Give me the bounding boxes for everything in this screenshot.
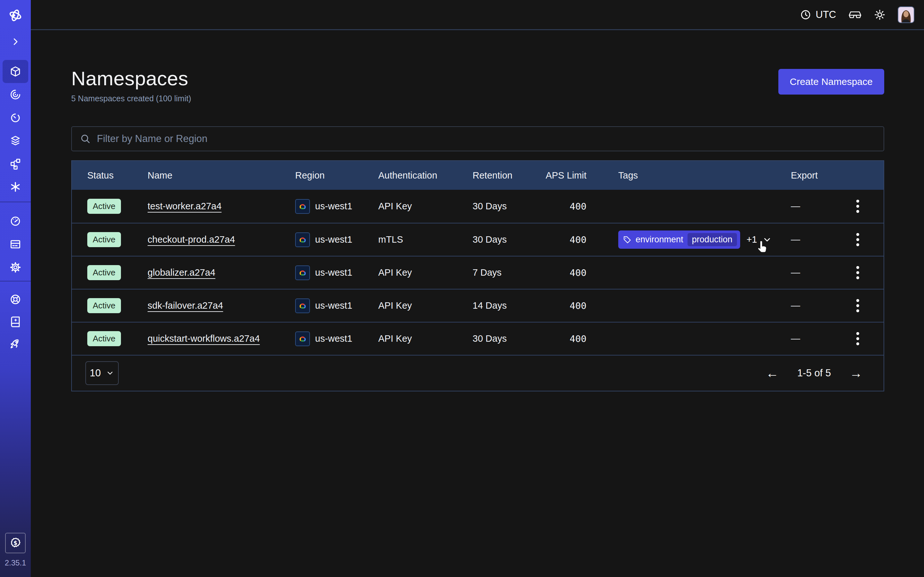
timezone-label: UTC xyxy=(816,9,836,21)
namespace-name-link[interactable]: sdk-failover.a27a4 xyxy=(148,300,223,311)
tag-value: production xyxy=(688,233,737,246)
sidebar-item-settings[interactable] xyxy=(3,256,28,279)
timezone-selector[interactable]: UTC xyxy=(800,9,836,21)
gear-icon xyxy=(10,261,21,273)
namespaces-table: Status Name Region Authentication Retent… xyxy=(71,160,884,392)
namespace-name-link[interactable]: globalizer.a27a4 xyxy=(148,268,215,277)
authentication-value: API Key xyxy=(378,300,473,311)
prev-page-button[interactable]: ← xyxy=(766,367,779,380)
export-value: — xyxy=(791,268,840,278)
aps-limit-value: 400 xyxy=(543,234,586,245)
create-namespace-button[interactable]: Create Namespace xyxy=(779,69,884,95)
glasses-icon[interactable] xyxy=(848,10,862,19)
sidebar-item-namespaces[interactable] xyxy=(3,60,28,83)
gcp-region-icon xyxy=(295,199,310,214)
row-actions-kebab-button[interactable] xyxy=(855,330,861,347)
next-page-button[interactable]: → xyxy=(850,367,863,380)
authentication-value: mTLS xyxy=(378,234,473,245)
sidebar-item-support[interactable] xyxy=(3,288,28,311)
sidebar: $ 2.35.1 xyxy=(0,0,31,577)
namespace-name-link[interactable]: checkout-prod.a27a4 xyxy=(148,234,235,245)
tag-key: environment xyxy=(636,235,683,245)
authentication-value: API Key xyxy=(378,268,473,278)
credits-dollar-button[interactable]: $ xyxy=(5,533,26,553)
sidebar-item-billing[interactable] xyxy=(3,233,28,256)
sidebar-item-schedules[interactable] xyxy=(3,106,28,129)
retention-value: 30 Days xyxy=(473,201,543,211)
namespace-name-link[interactable]: quickstart-workflows.a27a4 xyxy=(148,334,260,343)
tag-pill[interactable]: environment production xyxy=(618,230,740,249)
sidebar-item-docs[interactable] xyxy=(3,311,28,333)
sidebar-item-batch-operations[interactable] xyxy=(3,152,28,175)
schedules-timer-icon xyxy=(10,112,21,123)
column-header-region: Region xyxy=(295,170,378,181)
layers-icon xyxy=(10,135,21,147)
pagination-range-label: 1-5 of 5 xyxy=(797,367,831,379)
retention-value: 7 Days xyxy=(473,268,543,278)
user-avatar[interactable] xyxy=(898,6,914,23)
status-badge: Active xyxy=(87,265,121,280)
table-row: Active test-worker.a27a4 us-west1 API Ke… xyxy=(72,190,884,223)
column-header-name: Name xyxy=(148,170,295,181)
gcp-region-icon xyxy=(295,298,310,313)
status-badge: Active xyxy=(87,232,121,247)
tags-expand-control[interactable]: +1 xyxy=(746,234,772,245)
filter-input[interactable] xyxy=(97,133,875,145)
column-header-authentication: Authentication xyxy=(378,170,473,181)
sidebar-item-usage[interactable] xyxy=(3,210,28,233)
theme-toggle-sun-icon[interactable] xyxy=(874,9,885,21)
topbar: UTC xyxy=(31,0,924,30)
export-value: — xyxy=(791,201,840,211)
billing-card-icon xyxy=(10,239,21,250)
column-header-tags: Tags xyxy=(586,167,791,183)
retention-value: 30 Days xyxy=(473,334,543,344)
region-label: us-west1 xyxy=(315,268,352,278)
region-label: us-west1 xyxy=(315,201,352,211)
namespaces-cube-icon xyxy=(10,66,21,77)
authentication-value: API Key xyxy=(378,201,473,211)
column-header-export: Export xyxy=(791,170,840,181)
search-icon xyxy=(80,134,90,144)
aps-limit-value: 400 xyxy=(543,268,586,278)
aps-limit-value: 400 xyxy=(543,300,586,311)
table-row: Active sdk-failover.a27a4 us-west1 API K… xyxy=(72,289,884,322)
row-actions-kebab-button[interactable] xyxy=(855,198,861,215)
page-size-select[interactable]: 10 xyxy=(86,361,119,385)
table-body: Active test-worker.a27a4 us-west1 API Ke… xyxy=(72,190,884,355)
sidebar-item-nexus[interactable] xyxy=(3,175,28,198)
namespace-name-link[interactable]: test-worker.a27a4 xyxy=(148,201,222,211)
page-size-value: 10 xyxy=(90,367,101,379)
gcp-region-icon xyxy=(295,332,310,346)
gauge-icon xyxy=(10,215,21,227)
retention-value: 30 Days xyxy=(473,234,543,245)
row-actions-kebab-button[interactable] xyxy=(855,297,861,314)
workflows-spiral-icon xyxy=(10,89,21,100)
retention-value: 14 Days xyxy=(473,300,543,311)
tag-icon xyxy=(623,235,632,244)
gcp-region-icon xyxy=(295,266,310,280)
sidebar-item-deployments[interactable] xyxy=(3,129,28,152)
sidebar-expand-chevron-icon[interactable] xyxy=(11,33,20,50)
row-actions-kebab-button[interactable] xyxy=(855,231,861,248)
main-content: Namespaces 5 Namespaces created (100 lim… xyxy=(31,31,924,577)
aps-limit-value: 400 xyxy=(543,201,586,212)
status-badge: Active xyxy=(87,199,121,214)
column-header-retention: Retention xyxy=(473,170,543,181)
dollar-badge-icon: $ xyxy=(9,537,22,550)
filter-bar xyxy=(71,126,884,151)
sidebar-item-workflows[interactable] xyxy=(3,83,28,106)
sidebar-item-getting-started[interactable] xyxy=(3,333,28,356)
temporal-logo-icon[interactable] xyxy=(8,0,23,31)
chevron-down-icon xyxy=(762,235,772,245)
authentication-value: API Key xyxy=(378,334,473,344)
region-label: us-west1 xyxy=(315,334,352,344)
status-badge: Active xyxy=(87,331,121,346)
chevron-down-icon xyxy=(106,369,114,377)
clock-icon xyxy=(800,9,811,20)
table-header-row: Status Name Region Authentication Retent… xyxy=(72,161,884,190)
svg-text:$: $ xyxy=(13,540,17,546)
export-value: — xyxy=(791,334,840,344)
export-value: — xyxy=(791,300,840,311)
namespace-count-subtitle: 5 Namespaces created (100 limit) xyxy=(71,94,191,103)
row-actions-kebab-button[interactable] xyxy=(855,264,861,281)
